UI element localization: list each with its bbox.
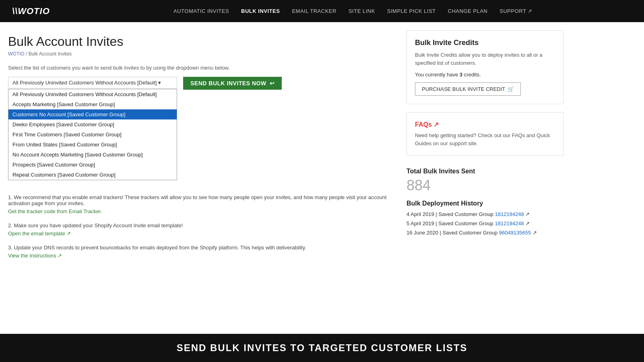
sidebar: Bulk Invite Credits Bulk Invite Credits … — [402, 22, 572, 334]
dropdown-option-0[interactable]: All Previously Uninvited Customers Witho… — [8, 89, 177, 99]
faqs-desc: Need help getting started? Check out our… — [415, 132, 555, 147]
step2-block: 2. Make sure you have updated your Shopi… — [8, 222, 390, 237]
dropdown-option-7[interactable]: Prospects [Saved Customer Group] — [8, 160, 177, 170]
main-content: Bulk Account Invites WOTIO / Bulk Accoun… — [0, 22, 402, 334]
history-link-2[interactable]: 96049135655 — [499, 230, 531, 236]
nav-support[interactable]: SUPPORT ↗ — [500, 8, 532, 14]
total-invites-section: Total Bulk Invites Sent 884 — [407, 164, 564, 194]
purchase-credit-button[interactable]: PURCHASE BULK INVITE CREDIT 🛒 — [415, 82, 521, 96]
deployment-history-section: Bulk Deployment History 4 April 2019 | S… — [407, 200, 564, 236]
credit-number: 3 — [460, 72, 462, 78]
history-title: Bulk Deployment History — [407, 200, 564, 207]
navigation: \\WOTIO AUTOMATIC INVITES BULK INVITES E… — [0, 0, 644, 22]
total-invites-title: Total Bulk Invites Sent — [407, 168, 564, 175]
dns-instructions-link[interactable]: View the Instructions ↗ — [8, 253, 62, 259]
email-template-link[interactable]: Open the email template ↗ — [8, 230, 71, 237]
nav-bulk-invites[interactable]: BULK INVITES — [241, 8, 280, 14]
nav-links: AUTOMATIC INVITES BULK INVITES EMAIL TRA… — [74, 8, 632, 14]
step2-text: 2. Make sure you have updated your Shopi… — [8, 222, 390, 228]
faqs-card: FAQs ↗ Need help getting started? Check … — [407, 112, 564, 156]
dropdown-option-8[interactable]: Repeat Customers [Saved Customer Group] — [8, 170, 177, 180]
send-bulk-invites-button[interactable]: SEND BULK INVITES NOW ↩ — [183, 77, 282, 90]
footer-banner-text: SEND BULK INVITES TO TARGETED CUSTOMER L… — [177, 342, 468, 354]
credits-title: Bulk Invite Credits — [415, 39, 555, 47]
send-button-label: SEND BULK INVITES NOW — [190, 80, 266, 86]
total-invites-count: 884 — [407, 177, 564, 194]
history-item-1: 5 April 2019 | Saved Customer Group 1812… — [407, 220, 564, 226]
dropdown-option-1[interactable]: Accepts Marketing [Saved Customer Group] — [8, 99, 177, 109]
dropdown-option-2[interactable]: Customers No Account [Saved Customer Gro… — [8, 109, 177, 119]
step3-text: 3. Update your DNS records to prevent bo… — [8, 245, 390, 251]
nav-simple-pick-list[interactable]: SIMPLE PICK LIST — [387, 8, 436, 14]
site-logo[interactable]: \\WOTIO — [12, 6, 50, 16]
footer-banner: SEND BULK INVITES TO TARGETED CUSTOMER L… — [0, 334, 644, 362]
dropdown-option-3[interactable]: Deeko Employees [Saved Customer Group] — [8, 119, 177, 130]
page-title: Bulk Account Invites — [8, 34, 390, 49]
dropdown-option-6[interactable]: No Account Accepts Marketing [Saved Cust… — [8, 150, 177, 160]
page-wrapper: Bulk Account Invites WOTIO / Bulk Accoun… — [0, 22, 644, 334]
history-link-0[interactable]: 1812194248 — [495, 211, 524, 217]
send-row: All Previously Uninvited Customers Witho… — [8, 77, 390, 90]
nav-change-plan[interactable]: CHANGE PLAN — [448, 8, 488, 14]
info-section: 1. We recommend that you enable email tr… — [8, 194, 390, 259]
nav-site-link[interactable]: SITE LINK — [349, 8, 375, 14]
credits-desc: Bulk Invite Credits allow you to deploy … — [415, 51, 555, 67]
breadcrumb: WOTIO / Bulk Account Invites — [8, 51, 390, 57]
credit-count: You currently have 3 credits. — [415, 72, 555, 78]
faqs-title[interactable]: FAQs ↗ — [415, 121, 555, 128]
history-link-1[interactable]: 1812194248 — [495, 220, 524, 226]
history-item-0: 4 April 2019 | Saved Customer Group 1812… — [407, 211, 564, 217]
dropdown-option-4[interactable]: First Time Customers [Saved Customer Gro… — [8, 130, 177, 140]
page-description: Select the list of customers you want to… — [8, 65, 390, 71]
nav-automatic-invites[interactable]: AUTOMATIC INVITES — [173, 8, 229, 14]
customer-list-select[interactable]: All Previously Uninvited Customers Witho… — [8, 77, 177, 88]
dropdown-list: All Previously Uninvited Customers Witho… — [8, 89, 177, 180]
step1-block: 1. We recommend that you enable email tr… — [8, 194, 390, 214]
credits-card: Bulk Invite Credits Bulk Invite Credits … — [407, 30, 564, 104]
step3-block: 3. Update your DNS records to prevent bo… — [8, 245, 390, 259]
step1-text: 1. We recommend that you enable email tr… — [8, 194, 390, 206]
dropdown-option-5[interactable]: From United States [Saved Customer Group… — [8, 140, 177, 150]
purchase-btn-label: PURCHASE BULK INVITE CREDIT — [422, 86, 505, 92]
nav-email-tracker[interactable]: EMAIL TRACKER — [292, 8, 336, 14]
breadcrumb-home[interactable]: WOTIO — [8, 51, 25, 57]
history-item-2: 16 June 2020 | Saved Customer Group 9604… — [407, 230, 564, 236]
tracker-link[interactable]: Get the tracker code from Email Tracker. — [8, 208, 102, 214]
dropdown-container: All Previously Uninvited Customers Witho… — [8, 77, 177, 88]
send-button-icon: ↩ — [270, 80, 275, 86]
purchase-btn-icon: 🛒 — [508, 86, 514, 92]
